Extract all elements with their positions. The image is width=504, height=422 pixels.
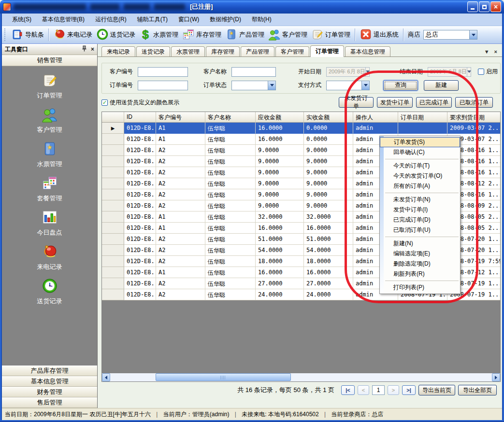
chevron-down-icon[interactable]	[469, 30, 477, 39]
scrollbar-thumb[interactable]	[156, 373, 291, 381]
sidebar-section-基本信息管理[interactable]: 基本信息管理	[2, 376, 97, 387]
prev-page-button[interactable]: <	[358, 385, 369, 395]
scroll-right-icon[interactable]	[492, 373, 500, 381]
tab-送货记录[interactable]: 送货记录	[136, 46, 170, 56]
grid-column-header-客户编号[interactable]: 客户编号	[156, 112, 205, 123]
order-code-input[interactable]	[138, 81, 188, 90]
row-selector[interactable]	[102, 245, 124, 256]
grid-column-header-ID[interactable]: ID	[124, 112, 156, 123]
context-menu-item-新建(N)[interactable]: 新建(N)	[380, 239, 460, 249]
row-selector[interactable]	[102, 278, 124, 289]
context-menu-item-所有的订单(A)[interactable]: 所有的订单(A)	[380, 181, 460, 191]
sidebar-item-客户管理[interactable]: 客户管理	[37, 106, 62, 134]
export-current-page-button[interactable]: 导出当前页	[418, 385, 455, 395]
context-menu-item-今天的发货订单(O)[interactable]: 今天的发货订单(O)	[380, 171, 460, 181]
context-menu-item-删除选定项(D)[interactable]: 删除选定项(D)	[380, 259, 460, 269]
row-selector[interactable]	[102, 267, 124, 278]
grid-column-header-实收金额[interactable]: 实收金额	[304, 112, 353, 123]
enable-checkbox[interactable]	[478, 69, 484, 75]
maximize-button[interactable]	[479, 1, 490, 12]
next-page-button[interactable]: >	[388, 385, 399, 395]
context-menu-item-未发货订单(N)[interactable]: 未发货订单(N)	[380, 195, 460, 205]
context-menu-item-回单确认(C)[interactable]: 回单确认(C)	[380, 147, 460, 157]
tab-订单管理[interactable]: 订单管理	[310, 45, 344, 57]
customer-name-input[interactable]	[231, 67, 276, 77]
context-menu-item-已取消订单(U)[interactable]: 已取消订单(U)	[380, 225, 460, 235]
first-page-button[interactable]: |<	[341, 385, 355, 395]
minimize-button[interactable]	[467, 1, 478, 12]
chevron-down-icon[interactable]	[361, 81, 369, 90]
color-display-checkbox[interactable]: ✓	[101, 99, 108, 106]
sidebar-item-订单管理[interactable]: 订单管理	[37, 72, 62, 100]
sidebar-item-来电记录[interactable]: 来电记录	[37, 243, 62, 271]
context-menu-item-刷新列表(R)[interactable]: 刷新列表(R)	[380, 269, 460, 279]
toolbar-button-2[interactable]: 送货记录	[94, 27, 137, 43]
tab-scroll-down-icon[interactable]: ▼	[484, 49, 490, 55]
menu-item-6[interactable]: 帮助(H)	[246, 14, 277, 26]
toolbar-button-8[interactable]: 退出系统	[358, 27, 401, 43]
end-date-picker[interactable]: 2009年 6月 8日	[428, 67, 471, 77]
page-number-input[interactable]	[372, 385, 385, 395]
row-selector[interactable]	[102, 200, 124, 211]
context-menu-item-订单发货(S)[interactable]: 订单发货(S)	[380, 137, 460, 147]
shop-select[interactable]: 总店	[423, 30, 477, 40]
toolbar-button-4[interactable]: 库存管理	[180, 27, 223, 43]
chevron-down-icon[interactable]	[365, 68, 370, 76]
grid-column-header-应收金额[interactable]: 应收金额	[256, 112, 304, 123]
tab-基本信息管理[interactable]: 基本信息管理	[345, 46, 390, 56]
sidebar-section-售后管理[interactable]: 售后管理	[2, 397, 97, 408]
close-button[interactable]: ×	[490, 1, 501, 12]
context-menu-item-编辑选定项(E)[interactable]: 编辑选定项(E)	[380, 249, 460, 259]
chevron-down-icon[interactable]	[467, 68, 471, 76]
menu-item-3[interactable]: 辅助工具(T)	[132, 14, 173, 26]
customer-code-input[interactable]	[138, 67, 188, 77]
status-filter-button-已取消订单[interactable]: 已取消订单	[455, 97, 493, 108]
tab-close-icon[interactable]: ×	[494, 49, 497, 55]
tab-水票管理[interactable]: 水票管理	[171, 46, 205, 56]
new-button[interactable]: 新建	[424, 80, 459, 91]
tool-window-close-icon[interactable]: ×	[91, 46, 94, 53]
toolbar-button-7[interactable]: 订单管理	[309, 27, 352, 43]
row-selector[interactable]	[102, 167, 124, 178]
menu-item-1[interactable]: 基本信息管理(B)	[37, 14, 90, 26]
toolbar-button-5[interactable]: 产品管理	[223, 27, 266, 43]
row-selector[interactable]	[102, 178, 124, 189]
row-selector[interactable]	[102, 156, 124, 167]
grid-column-header-selector[interactable]	[102, 112, 124, 123]
menu-item-2[interactable]: 运行信息(R)	[90, 14, 132, 26]
menu-item-0[interactable]: 系统(S)	[7, 14, 37, 26]
last-page-button[interactable]: >|	[402, 385, 416, 395]
status-filter-button-已完成订单[interactable]: 已完成订单	[416, 97, 452, 108]
row-selector[interactable]	[102, 211, 124, 223]
row-selector[interactable]	[102, 145, 124, 156]
tab-客户管理[interactable]: 客户管理	[275, 46, 309, 56]
sidebar-item-今日盘点[interactable]: 今日盘点	[37, 209, 62, 237]
tab-来电记录[interactable]: 来电记录	[101, 46, 135, 56]
pin-icon[interactable]	[82, 45, 87, 53]
toolbar-button-3[interactable]: $水票管理	[137, 27, 180, 43]
grid-column-header-操作人[interactable]: 操作人	[353, 112, 398, 123]
pay-method-select[interactable]	[326, 81, 370, 90]
grid-column-header-要求到货日期[interactable]: 要求到货日期	[447, 112, 501, 123]
status-filter-button-发货中订单[interactable]: 发货中订单	[377, 97, 413, 108]
grid-column-header-客户名称[interactable]: 客户名称	[205, 112, 256, 123]
context-menu-item-打印列表(P)[interactable]: 打印列表(P)	[380, 282, 460, 293]
toolbar-grip[interactable]	[4, 28, 7, 41]
menu-item-5[interactable]: 数据维护(D)	[204, 14, 246, 26]
toolbar-button-6[interactable]: 客户管理	[266, 27, 309, 43]
start-date-picker[interactable]: 2009年 6月 8日	[326, 67, 370, 77]
context-menu-item-今天的订单(T)[interactable]: 今天的订单(T)	[380, 161, 460, 171]
grid-column-header-订单日期[interactable]: 订单日期	[398, 112, 447, 123]
tab-库存管理[interactable]: 库存管理	[206, 46, 240, 56]
sidebar-item-套餐管理[interactable]: 套餐管理	[37, 175, 62, 203]
sidebar-item-水票管理[interactable]: 水票管理	[37, 141, 62, 169]
chevron-down-icon[interactable]	[268, 81, 275, 90]
sidebar-section-财务管理[interactable]: 财务管理	[2, 387, 97, 397]
menu-item-4[interactable]: 窗口(W)	[173, 14, 204, 26]
scroll-left-icon[interactable]	[102, 373, 110, 381]
sidebar-section-产品库存管理[interactable]: 产品库存管理	[2, 366, 97, 376]
row-selector[interactable]	[102, 223, 124, 234]
row-selector[interactable]	[102, 234, 124, 245]
export-all-pages-button[interactable]: 导出全部页	[458, 385, 497, 395]
toolbar-button-1[interactable]: 来电记录	[51, 27, 94, 43]
